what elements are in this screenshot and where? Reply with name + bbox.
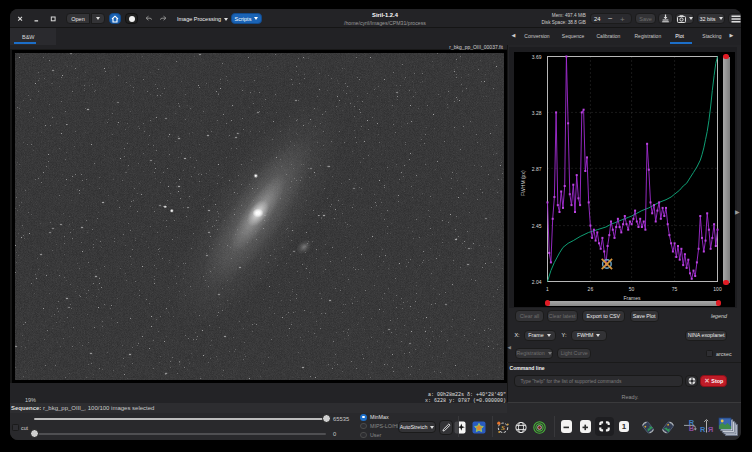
svg-text:S: S <box>501 424 505 432</box>
svg-text:R: R <box>708 425 714 433</box>
svg-text:R: R <box>700 425 706 433</box>
